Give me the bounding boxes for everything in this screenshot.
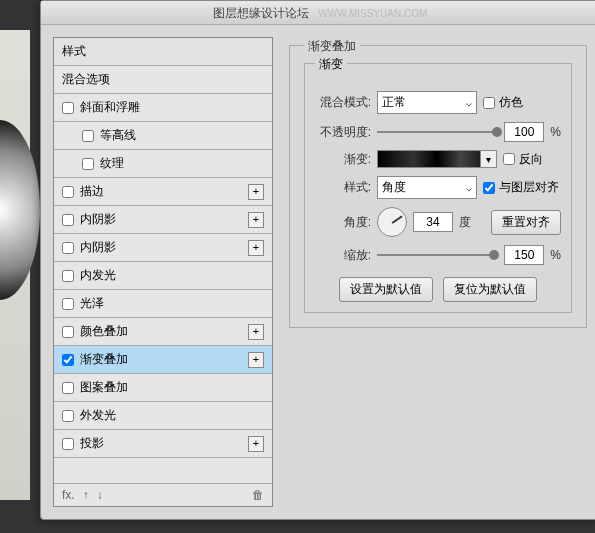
fx-menu-button[interactable]: fx. (62, 488, 75, 502)
reverse-checkbox[interactable]: 反向 (503, 151, 543, 168)
styles-header: 样式 (54, 38, 272, 66)
style-checkbox[interactable] (62, 270, 74, 282)
style-checkbox[interactable] (62, 186, 74, 198)
chevron-down-icon: ⌵ (466, 97, 472, 108)
style-checkbox[interactable] (82, 158, 94, 170)
move-up-icon[interactable]: ↑ (83, 488, 89, 502)
style-checkbox[interactable] (62, 410, 74, 422)
opacity-label: 不透明度: (315, 124, 371, 141)
scale-input[interactable]: 150 (504, 245, 544, 265)
style-checkbox[interactable] (62, 382, 74, 394)
add-effect-button[interactable]: + (248, 352, 264, 368)
style-select[interactable]: 角度 ⌵ (377, 176, 477, 199)
reset-align-button[interactable]: 重置对齐 (491, 210, 561, 235)
reset-default-button[interactable]: 复位为默认值 (443, 277, 537, 302)
style-item-label: 斜面和浮雕 (80, 99, 140, 116)
sub-title: 渐变 (315, 56, 347, 73)
style-item-label: 外发光 (80, 407, 116, 424)
move-down-icon[interactable]: ↓ (97, 488, 103, 502)
style-item-11[interactable]: 外发光 (54, 402, 272, 430)
add-effect-button[interactable]: + (248, 324, 264, 340)
gradient-label: 渐变: (315, 151, 371, 168)
style-item-5[interactable]: 内阴影+ (54, 234, 272, 262)
style-item-label: 纹理 (100, 155, 124, 172)
style-checkbox[interactable] (62, 354, 74, 366)
dither-checkbox[interactable]: 仿色 (483, 94, 523, 111)
percent-label: % (550, 248, 561, 262)
style-item-10[interactable]: 图案叠加 (54, 374, 272, 402)
gradient-dropdown-icon[interactable]: ▾ (480, 151, 496, 167)
style-item-12[interactable]: 投影+ (54, 430, 272, 458)
style-item-0[interactable]: 斜面和浮雕 (54, 94, 272, 122)
style-item-label: 光泽 (80, 295, 104, 312)
style-checkbox[interactable] (82, 130, 94, 142)
style-item-9[interactable]: 渐变叠加+ (54, 346, 272, 374)
style-item-label: 渐变叠加 (80, 351, 128, 368)
scale-label: 缩放: (315, 247, 371, 264)
trash-icon[interactable]: 🗑 (252, 488, 264, 502)
style-item-label: 投影 (80, 435, 104, 452)
make-default-button[interactable]: 设置为默认值 (339, 277, 433, 302)
style-checkbox[interactable] (62, 242, 74, 254)
align-checkbox[interactable]: 与图层对齐 (483, 179, 559, 196)
angle-input[interactable]: 34 (413, 212, 453, 232)
style-item-label: 内阴影 (80, 211, 116, 228)
add-effect-button[interactable]: + (248, 184, 264, 200)
styles-footer: fx. ↑ ↓ 🗑 (54, 483, 272, 506)
style-item-label: 描边 (80, 183, 104, 200)
styles-panel: 样式 混合选项 斜面和浮雕等高线纹理描边+内阴影+内阴影+内发光光泽颜色叠加+渐… (53, 37, 273, 507)
angle-unit: 度 (459, 214, 471, 231)
add-effect-button[interactable]: + (248, 212, 264, 228)
blending-options-label: 混合选项 (62, 71, 110, 88)
style-checkbox[interactable] (62, 326, 74, 338)
add-effect-button[interactable]: + (248, 240, 264, 256)
style-item-3[interactable]: 描边+ (54, 178, 272, 206)
blendmode-select[interactable]: 正常 ⌵ (377, 91, 477, 114)
title-text: 图层想缘设计论坛 (213, 6, 309, 20)
group-title: 渐变叠加 (304, 38, 360, 55)
style-value: 角度 (382, 179, 406, 196)
style-item-label: 图案叠加 (80, 379, 128, 396)
style-item-label: 内发光 (80, 267, 116, 284)
scale-slider[interactable] (377, 248, 498, 262)
style-item-4[interactable]: 内阴影+ (54, 206, 272, 234)
chevron-down-icon: ⌵ (466, 182, 472, 193)
layer-style-dialog: 图层想缘设计论坛 WWW.MISSYUAN.COM 样式 混合选项 斜面和浮雕等… (40, 0, 595, 520)
opacity-slider[interactable] (377, 125, 498, 139)
titlebar: 图层想缘设计论坛 WWW.MISSYUAN.COM (41, 1, 595, 25)
style-checkbox[interactable] (62, 102, 74, 114)
blending-options-item[interactable]: 混合选项 (54, 66, 272, 94)
gradient-overlay-panel: 渐变叠加 渐变 混合模式: 正常 ⌵ 仿色 不透明度: (289, 37, 587, 507)
style-item-7[interactable]: 光泽 (54, 290, 272, 318)
style-checkbox[interactable] (62, 298, 74, 310)
add-effect-button[interactable]: + (248, 436, 264, 452)
opacity-input[interactable]: 100 (504, 122, 544, 142)
angle-dial[interactable] (377, 207, 407, 237)
style-item-label: 等高线 (100, 127, 136, 144)
style-item-1[interactable]: 等高线 (54, 122, 272, 150)
style-item-6[interactable]: 内发光 (54, 262, 272, 290)
style-checkbox[interactable] (62, 214, 74, 226)
gradient-preview[interactable]: ▾ (377, 150, 497, 168)
style-item-label: 颜色叠加 (80, 323, 128, 340)
style-item-8[interactable]: 颜色叠加+ (54, 318, 272, 346)
angle-label: 角度: (315, 214, 371, 231)
style-item-label: 内阴影 (80, 239, 116, 256)
watermark: WWW.MISSYUAN.COM (318, 8, 427, 19)
style-checkbox[interactable] (62, 438, 74, 450)
style-label: 样式: (315, 179, 371, 196)
blendmode-label: 混合模式: (315, 94, 371, 111)
style-item-2[interactable]: 纹理 (54, 150, 272, 178)
percent-label: % (550, 125, 561, 139)
blendmode-value: 正常 (382, 94, 406, 111)
